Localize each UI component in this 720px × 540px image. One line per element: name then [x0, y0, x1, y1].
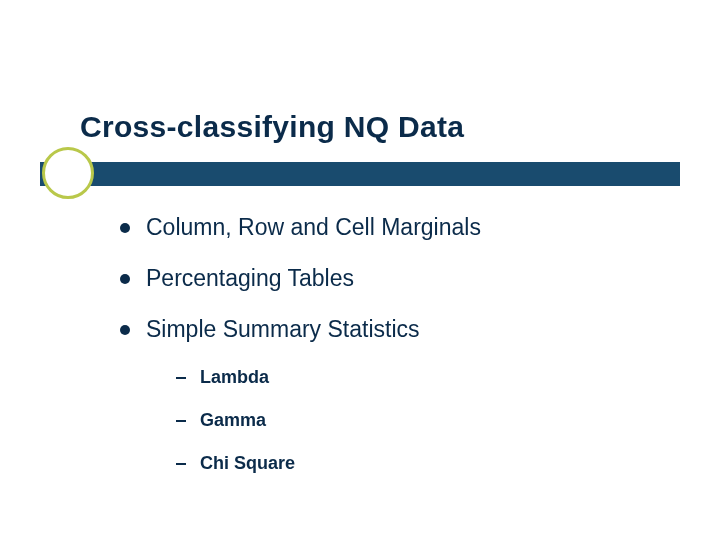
sub-bullet-text: Lambda — [200, 367, 269, 388]
bullet-item: Percentaging Tables — [120, 265, 660, 292]
sub-bullet-item: Chi Square — [176, 453, 660, 474]
sub-bullet-text: Chi Square — [200, 453, 295, 474]
slide: Cross-classifying NQ Data Column, Row an… — [0, 0, 720, 540]
accent-ring-icon — [42, 147, 94, 199]
sub-bullet-dash-icon — [176, 420, 186, 422]
bullet-text: Percentaging Tables — [146, 265, 354, 292]
bullet-dot-icon — [120, 274, 130, 284]
bullet-dot-icon — [120, 223, 130, 233]
sub-bullet-dash-icon — [176, 377, 186, 379]
sub-bullet-list: Lambda Gamma Chi Square — [176, 367, 660, 474]
slide-title: Cross-classifying NQ Data — [80, 110, 464, 144]
bullet-text: Simple Summary Statistics — [146, 316, 420, 343]
sub-bullet-text: Gamma — [200, 410, 266, 431]
bullet-dot-icon — [120, 325, 130, 335]
sub-bullet-dash-icon — [176, 463, 186, 465]
sub-bullet-item: Lambda — [176, 367, 660, 388]
bullet-text: Column, Row and Cell Marginals — [146, 214, 481, 241]
bullet-list: Column, Row and Cell Marginals Percentag… — [120, 214, 660, 496]
sub-bullet-item: Gamma — [176, 410, 660, 431]
bullet-item: Simple Summary Statistics — [120, 316, 660, 343]
bullet-item: Column, Row and Cell Marginals — [120, 214, 660, 241]
title-underline-bar — [40, 162, 680, 186]
